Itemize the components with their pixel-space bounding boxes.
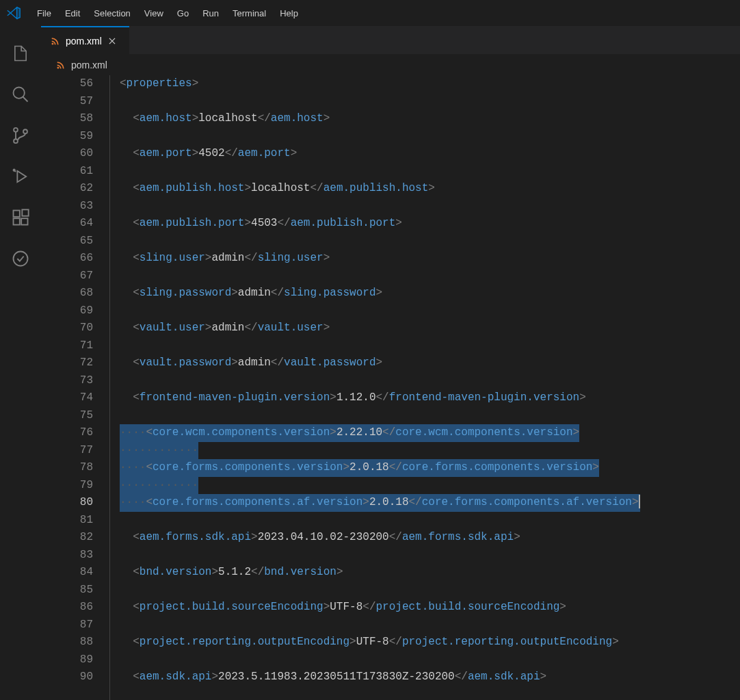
code-line[interactable] xyxy=(120,337,740,355)
menubar: FileEditSelectionViewGoRunTerminalHelp xyxy=(0,0,740,26)
vscode-logo-icon xyxy=(5,5,22,21)
code-line[interactable]: ············ xyxy=(120,442,740,460)
files-icon[interactable] xyxy=(0,33,41,74)
code-line[interactable] xyxy=(120,163,740,181)
svg-rect-6 xyxy=(14,218,20,224)
code-line[interactable] xyxy=(120,128,740,146)
code-line[interactable]: <bnd.version>5.1.2</bnd.version> xyxy=(120,564,740,582)
editor-area: pom.xml pom.xml 565758596061626364656667… xyxy=(41,26,740,700)
code-line[interactable] xyxy=(120,302,740,320)
code-content[interactable]: <properties> <aem.host>localhost</aem.ho… xyxy=(110,75,740,700)
code-line[interactable]: <aem.publish.host>localhost</aem.publish… xyxy=(120,180,740,198)
code-line[interactable]: <properties> xyxy=(120,75,740,93)
breadcrumb[interactable]: pom.xml xyxy=(41,55,740,75)
tab-bar: pom.xml xyxy=(41,26,740,55)
code-line[interactable] xyxy=(120,582,740,599)
code-line[interactable]: ····<core.wcm.components.version>2.22.10… xyxy=(120,424,740,442)
activity-bar xyxy=(0,26,41,700)
menu-edit[interactable]: Edit xyxy=(58,0,87,26)
code-line[interactable] xyxy=(120,547,740,565)
code-line[interactable]: <sling.password>admin</sling.password> xyxy=(120,285,740,302)
code-line[interactable]: <sling.user>admin</sling.user> xyxy=(120,250,740,268)
svg-rect-5 xyxy=(14,211,20,217)
breadcrumb-label: pom.xml xyxy=(71,60,107,70)
svg-point-10 xyxy=(51,42,53,44)
branch-icon[interactable] xyxy=(0,115,41,156)
code-editor[interactable]: 5657585960616263646566676869707172737475… xyxy=(41,75,740,700)
code-line[interactable]: ············ xyxy=(120,477,740,495)
code-line[interactable]: <project.reporting.outputEncoding>UTF-8<… xyxy=(120,634,740,651)
svg-point-9 xyxy=(14,252,28,266)
code-line[interactable]: <aem.forms.sdk.api>2023.04.10.02-230200<… xyxy=(120,529,740,547)
code-line[interactable]: <frontend-maven-plugin.version>1.12.0</f… xyxy=(120,389,740,407)
code-line[interactable] xyxy=(120,198,740,216)
debug-icon[interactable] xyxy=(0,156,41,197)
line-numbers: 5657585960616263646566676869707172737475… xyxy=(41,75,109,700)
svg-rect-7 xyxy=(21,218,27,224)
rss-icon xyxy=(51,36,60,46)
menu-terminal[interactable]: Terminal xyxy=(226,0,273,26)
tab-label: pom.xml xyxy=(66,36,102,47)
menu-selection[interactable]: Selection xyxy=(87,0,137,26)
code-line[interactable] xyxy=(120,372,740,390)
search-icon[interactable] xyxy=(0,74,41,115)
svg-point-3 xyxy=(23,129,27,133)
svg-point-0 xyxy=(14,88,25,99)
tab-pom-xml[interactable]: pom.xml xyxy=(41,26,129,54)
close-icon[interactable] xyxy=(107,36,120,46)
extensions-icon[interactable] xyxy=(0,197,41,238)
todo-icon[interactable] xyxy=(0,238,41,279)
svg-rect-8 xyxy=(22,209,28,216)
rss-icon xyxy=(56,60,66,70)
code-line[interactable]: <aem.sdk.api>2023.5.11983.20230511T17383… xyxy=(120,669,740,686)
code-line[interactable] xyxy=(120,407,740,425)
code-line[interactable]: ····<core.forms.components.af.version>2.… xyxy=(120,494,740,512)
code-line[interactable] xyxy=(120,268,740,285)
menu-help[interactable]: Help xyxy=(273,0,305,26)
code-line[interactable]: ····<core.forms.components.version>2.0.1… xyxy=(120,459,740,477)
code-line[interactable] xyxy=(120,93,740,111)
code-line[interactable]: <aem.port>4502</aem.port> xyxy=(120,145,740,163)
menu-file[interactable]: File xyxy=(30,0,58,26)
menu-go[interactable]: Go xyxy=(170,0,196,26)
menu-view[interactable]: View xyxy=(137,0,170,26)
code-line[interactable] xyxy=(120,233,740,250)
code-line[interactable]: <aem.publish.port>4503</aem.publish.port… xyxy=(120,215,740,233)
code-line[interactable]: <vault.user>admin</vault.user> xyxy=(120,320,740,337)
svg-point-1 xyxy=(14,128,18,132)
svg-point-2 xyxy=(14,139,18,143)
svg-point-4 xyxy=(14,170,15,171)
code-line[interactable]: <aem.host>localhost</aem.host> xyxy=(120,110,740,128)
code-line[interactable] xyxy=(120,617,740,634)
code-line[interactable] xyxy=(120,651,740,669)
code-line[interactable]: <vault.password>admin</vault.password> xyxy=(120,354,740,372)
code-line[interactable] xyxy=(120,512,740,530)
svg-point-11 xyxy=(57,67,59,69)
code-line[interactable]: <project.build.sourceEncoding>UTF-8</pro… xyxy=(120,599,740,617)
menu-run[interactable]: Run xyxy=(196,0,226,26)
